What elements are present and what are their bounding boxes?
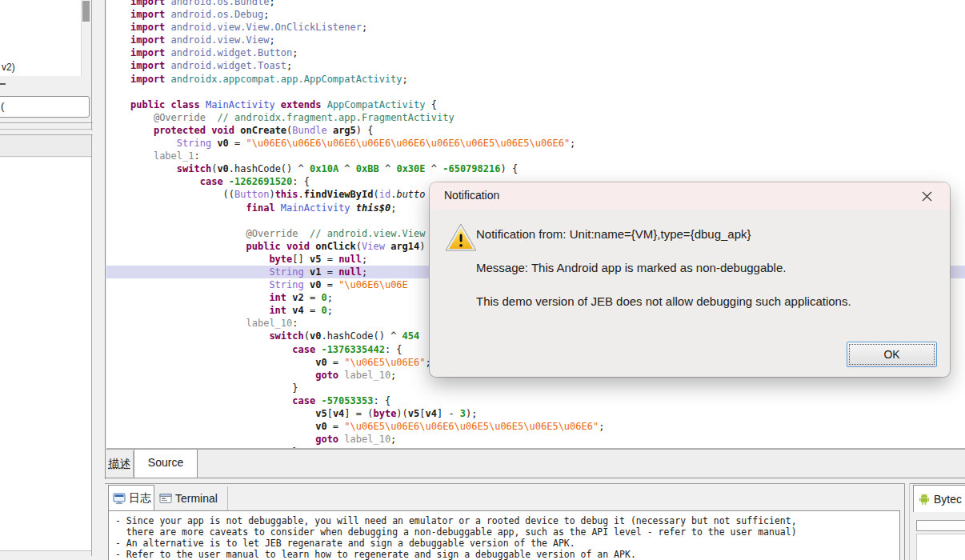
- code-line: protected void onCreate(Bundle arg5) {: [130, 124, 965, 137]
- tab-description[interactable]: 描述: [106, 451, 134, 477]
- dialog-titlebar[interactable]: [430, 182, 950, 210]
- lower-left-panel[interactable]: [0, 158, 91, 550]
- panel-border: [904, 483, 905, 560]
- panel-border: [105, 478, 965, 478]
- notification-dialog: Notification Notification from: Unit:nam…: [430, 182, 950, 377]
- code-line: switch(v0.hashCode() ^ 0x10A ^ 0xBB ^ 0x…: [130, 162, 965, 175]
- panel-border: [910, 483, 965, 484]
- log-line: - An alternative is to let JEB regenarat…: [115, 538, 899, 549]
- code-line: import android.widget.Toast;: [130, 59, 965, 72]
- bytecode-panel[interactable]: [916, 534, 965, 560]
- code-line: v0 = "\u06E5\u06E6\u06E6\u06E5\u06E5\u06…: [130, 420, 965, 433]
- code-line: import androidx.appcompat.app.AppCompatA…: [130, 73, 965, 86]
- tree-item-fragment: [0, 83, 6, 85]
- dialog-message-source: Notification from: Unit:name={VM},type={…: [476, 227, 751, 241]
- panel-border: [91, 0, 92, 130]
- dialog-title: Notification: [444, 189, 499, 202]
- code-line: import android.widget.Button;: [130, 46, 965, 59]
- code-line: [130, 86, 965, 98]
- panel-border: [105, 483, 905, 484]
- tree-scrollbar-thumb[interactable]: [82, 1, 90, 22]
- dialog-message-note: This demo version of JEB does not allow …: [476, 294, 851, 308]
- bytecode-toolbar: [916, 520, 965, 531]
- code-line: case -57053353: {: [130, 394, 965, 407]
- log-output[interactable]: - Since your app is not debuggable, you …: [108, 510, 900, 560]
- dialog-message-body: Message: This Android app is marked as n…: [476, 261, 786, 274]
- code-line: label_1:: [130, 150, 965, 162]
- android-icon: [919, 493, 930, 506]
- tab-log[interactable]: 日志: [108, 485, 154, 510]
- filter-input[interactable]: (: [0, 96, 90, 118]
- editor-tabstrip: 描述 Source: [106, 449, 965, 478]
- warning-icon: [445, 223, 477, 252]
- console-icon: [113, 492, 126, 505]
- code-line: @Override // androidx.fragment.app.Fragm…: [130, 111, 965, 124]
- code-line: import android.os.Debug;: [130, 8, 965, 21]
- tab-source[interactable]: Source: [134, 450, 198, 478]
- tab-bytecode[interactable]: Bytec: [913, 485, 965, 512]
- code-line: public class MainActivity extends AppCom…: [130, 98, 965, 111]
- panel-border: [0, 122, 93, 123]
- jeb-window: v2) ( import android.os.Bundle;import an…: [0, 0, 965, 560]
- code-line: }: [130, 382, 965, 394]
- close-icon: [922, 191, 932, 202]
- panel-border: [0, 129, 93, 130]
- panel-border: [0, 550, 91, 551]
- code-line: import android.os.Bundle;: [130, 0, 965, 8]
- terminal-icon: [159, 492, 172, 505]
- tree-item[interactable]: v2): [2, 62, 15, 73]
- log-line: there are more caveats to consider when …: [115, 526, 899, 538]
- code-line: import android.view.View;: [130, 34, 965, 46]
- code-line: import android.view.View.OnClickListener…: [130, 21, 965, 34]
- log-line: - Refer to the user manual to learn how …: [115, 549, 899, 560]
- lower-left-panel-header: [0, 135, 92, 157]
- tab-terminal[interactable]: Terminal: [154, 486, 228, 510]
- panel-sash[interactable]: [909, 483, 910, 560]
- ok-button[interactable]: OK: [847, 342, 937, 367]
- log-line: - Since your app is not debuggable, you …: [115, 515, 899, 526]
- panel-border: [105, 0, 106, 479]
- code-line: v5[v4] = (byte)(v5[v4] - 3);: [130, 407, 965, 420]
- code-line: goto label_10;: [130, 433, 965, 446]
- close-button[interactable]: [916, 187, 937, 205]
- panel-border: [91, 134, 92, 556]
- code-line: String v0 = "\u06E6\u06E6\u06E6\u06E6\u0…: [130, 137, 965, 150]
